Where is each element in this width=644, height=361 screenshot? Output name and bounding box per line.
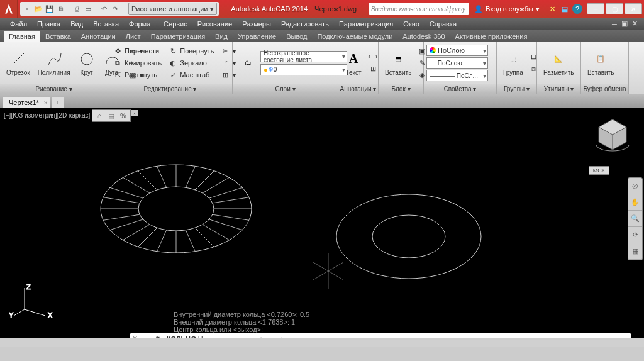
circle-button[interactable]: Круг [74, 49, 99, 77]
svg-line-19 [138, 171, 157, 190]
rotate-icon: ↻ [168, 46, 178, 56]
panel-groups-title[interactable]: Группы ▾ [497, 84, 536, 94]
close-icon[interactable]: × [44, 99, 48, 106]
ucs-icon: X Y Z [9, 284, 53, 322]
group-button[interactable]: ⬚Группа [499, 49, 527, 77]
tab-view[interactable]: Вид [210, 31, 233, 42]
app-logo[interactable] [0, 0, 18, 18]
mdi-min-button[interactable]: ─ [610, 19, 619, 28]
text-icon: A [345, 50, 362, 68]
tab-manage[interactable]: Управление [233, 31, 281, 42]
table-icon: ⊞ [368, 64, 378, 74]
mdi-restore-button[interactable]: ▣ [620, 19, 629, 28]
menu-modify[interactable]: Редактировать [276, 20, 334, 28]
copy-button[interactable]: ⧉Копировать [111, 57, 164, 69]
separator [123, 4, 123, 14]
panel-util-title[interactable]: Утилиты ▾ [537, 84, 580, 94]
layer-dropdown[interactable]: ● ❄ 0 [260, 64, 347, 75]
stretch-button[interactable]: ⇱Растянуть [111, 69, 164, 81]
rotate-button[interactable]: ↻Повернуть [166, 45, 216, 57]
minimize-button[interactable]: ─ [587, 3, 604, 14]
undo-icon[interactable]: ↶ [99, 4, 109, 14]
paste-button[interactable]: 📋Вставить [584, 49, 618, 77]
signin-label: Вход в службы [486, 5, 533, 13]
dim-button[interactable]: ⟷ [366, 52, 380, 63]
mirror-button[interactable]: ◐Зеркало [166, 57, 216, 69]
insert-button[interactable]: ⬒Вставить [381, 49, 415, 77]
tab-apps[interactable]: Активные приложения [450, 31, 533, 42]
tab-home[interactable]: Главная [4, 31, 40, 42]
close-button[interactable]: ✕ [625, 3, 642, 14]
tab-output[interactable]: Вывод [281, 31, 312, 42]
menu-view[interactable]: Вид [65, 20, 88, 28]
workspace-dropdown[interactable]: Рисование и аннотации ▾ [128, 3, 217, 15]
menu-param[interactable]: Параметризация [334, 20, 398, 28]
search-input[interactable]: Введите ключевое слово/фразу [369, 3, 469, 15]
layer-props-button[interactable]: 🗂 [235, 53, 260, 73]
scrollbar-horizontal[interactable] [0, 338, 644, 347]
tab-annotate[interactable]: Аннотации [76, 31, 121, 42]
tab-param[interactable]: Параметризация [146, 31, 210, 42]
move-button[interactable]: ✥Перенести [111, 45, 164, 57]
table-button[interactable]: ⊞ [366, 64, 380, 75]
app-name: Autodesk AutoCAD 2014 [231, 5, 308, 13]
layerstate-dropdown[interactable]: Несохраненное состояние листа [260, 51, 347, 62]
new-icon[interactable]: ▫ [22, 4, 32, 14]
signin-button[interactable]: 👤 Вход в службы ▾ [472, 5, 542, 13]
menu-dim[interactable]: Размеры [237, 20, 276, 28]
preview-icon[interactable]: ▭ [83, 4, 93, 14]
color-dropdown[interactable]: ПоСлою [426, 45, 488, 56]
lineweight-dropdown[interactable]: — ПоСлою [426, 57, 488, 69]
panel-annot-title[interactable]: Аннотации ▾ [338, 84, 378, 94]
redo-icon[interactable]: ↷ [110, 4, 120, 14]
panel-layers-title[interactable]: Слои ▾ [233, 84, 338, 94]
panel-props-title[interactable]: Свойства ▾ [424, 84, 496, 94]
drawing-area[interactable]: [−][ЮЗ изометрия][2D-каркас] ⌂ ▤ % × [0, 108, 644, 347]
tab-insert[interactable]: Вставка [40, 31, 76, 42]
saveas-icon[interactable]: 🗎 [56, 4, 66, 14]
svg-line-26 [212, 197, 248, 203]
maximize-button[interactable]: ▢ [606, 3, 623, 14]
tab-layout[interactable]: Лист [121, 31, 146, 42]
ribbon-body: Отрезок Полилиния Круг Дуга ▭▾ ∿ ▦▾ Рисо… [0, 42, 644, 94]
exchange-icon[interactable]: ✕ [547, 4, 557, 14]
doc-tab[interactable]: Чертеж1*× [3, 97, 50, 108]
new-doc-button[interactable]: + [52, 97, 64, 108]
menu-edit[interactable]: Правка [32, 20, 65, 28]
menu-draw[interactable]: Рисование [192, 20, 237, 28]
ucs-badge[interactable]: МСК [589, 166, 609, 175]
menu-window[interactable]: Окно [398, 20, 425, 28]
close-icon[interactable]: × [131, 110, 138, 116]
cloud-icon[interactable]: ⬓ [560, 4, 570, 14]
save-icon[interactable]: 💾 [45, 4, 55, 14]
menu-format[interactable]: Формат [124, 20, 158, 28]
tab-plugins[interactable]: Подключаемые модули [312, 31, 397, 42]
stretch-icon: ⇱ [113, 70, 123, 80]
open-icon[interactable]: 📂 [33, 4, 43, 14]
help-icon[interactable]: ? [572, 4, 582, 14]
panel-block-title[interactable]: Блок ▾ [379, 84, 423, 94]
mdi-close-button[interactable]: ✕ [630, 19, 639, 28]
viewcube[interactable] [592, 114, 633, 155]
panel-draw-title[interactable]: Рисование ▾ [0, 84, 108, 94]
menu-tools[interactable]: Сервис [158, 20, 192, 28]
linetype-dropdown[interactable]: ———— ПоСл... [426, 70, 488, 81]
polyline-button[interactable]: Полилиния [34, 49, 74, 77]
group-icon: ⬚ [504, 50, 522, 68]
zoom-icon[interactable]: 🔍 [628, 211, 642, 227]
pan-icon[interactable]: ✋ [628, 194, 642, 211]
panel-modify-title[interactable]: Редактирование ▾ [108, 84, 232, 94]
svg-line-36 [25, 309, 45, 316]
tab-a360[interactable]: Autodesk 360 [397, 31, 450, 42]
showmotion-icon[interactable]: ▦ [628, 243, 642, 260]
measure-button[interactable]: 📐Разметить [540, 49, 577, 77]
scale-button[interactable]: ⤢Масштаб [166, 69, 216, 81]
line-button[interactable]: Отрезок [3, 49, 34, 77]
menu-insert[interactable]: Вставка [88, 20, 124, 28]
wheel-icon[interactable]: ◎ [628, 178, 642, 194]
orbit-icon[interactable]: ⟳ [628, 227, 642, 243]
menu-help[interactable]: Справка [425, 20, 462, 28]
panel-clip-title[interactable]: Буфер обмена [581, 84, 628, 94]
menu-file[interactable]: Файл [5, 20, 32, 28]
print-icon[interactable]: ⎙ [72, 4, 82, 14]
